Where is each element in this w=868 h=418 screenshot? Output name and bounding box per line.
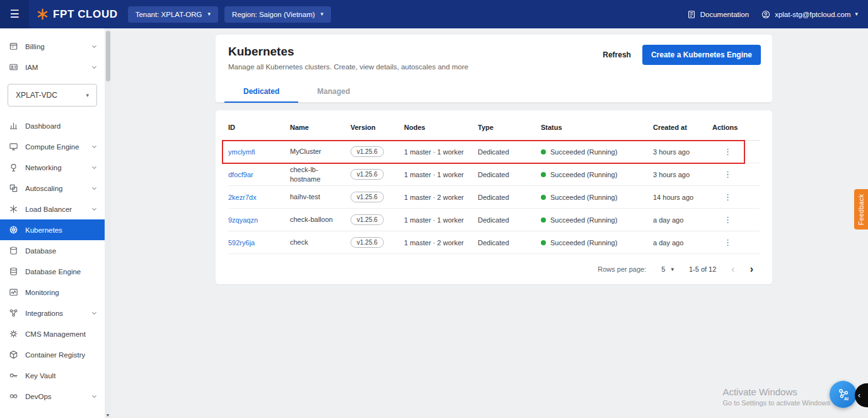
sidebar-item-label: Container Registry: [25, 351, 85, 359]
tenant-label: Tenant: XPLAT-ORG: [136, 11, 202, 18]
iam-icon: [9, 62, 18, 72]
sidebar-scrollbar[interactable]: ▼: [105, 28, 111, 418]
sidebar-nav: Dashboard Compute Engine Networking Auto…: [0, 115, 105, 407]
documentation-icon: [687, 10, 696, 19]
watermark-line2: Go to Settings to activate Windows: [722, 399, 830, 407]
ai-assistant-button[interactable]: AI: [830, 381, 857, 408]
table-row: 2kezr7dx haihv-test v1.25.6 1 master · 2…: [228, 186, 760, 209]
refresh-button[interactable]: Refresh: [603, 50, 631, 59]
row-actions-button[interactable]: ⋮: [712, 170, 732, 179]
version-badge: v1.25.6: [350, 169, 384, 180]
row-actions-button[interactable]: ⋮: [712, 192, 732, 202]
pagination-range: 1-5 of 12: [689, 265, 716, 273]
cluster-id-link[interactable]: ymclymfi: [228, 148, 255, 156]
monitoring-icon: [9, 287, 18, 297]
region-selector[interactable]: Region: Saigon (Vietnam) ▾: [224, 6, 331, 23]
version-badge: v1.25.6: [350, 214, 384, 225]
create-kubernetes-engine-button[interactable]: Create a Kubernetes Engine: [642, 45, 761, 65]
tab-dedicated[interactable]: Dedicated: [224, 81, 298, 102]
column-header-created-at: Created at: [653, 124, 712, 131]
feedback-tab[interactable]: Feedback: [854, 189, 868, 229]
sidebar-item-label: Database: [25, 247, 56, 255]
cluster-status: Succeeded (Running): [541, 239, 653, 247]
chevron-down-icon: ▾: [321, 11, 324, 17]
menu-button[interactable]: ☰: [0, 0, 29, 28]
version-badge: v1.25.6: [350, 192, 384, 202]
cluster-id-link[interactable]: 9zqyaqzn: [228, 216, 258, 224]
scrollbar-thumb[interactable]: [106, 31, 110, 81]
billing-icon: [9, 42, 18, 51]
sidebar-item-cms-management[interactable]: CMS Management: [0, 323, 105, 344]
account-menu[interactable]: xplat-stg@fptcloud.com ▾: [761, 10, 858, 19]
sidebar-item-compute-engine[interactable]: Compute Engine: [0, 136, 105, 157]
svg-text:AI: AI: [844, 397, 848, 401]
row-actions-button[interactable]: ⋮: [712, 147, 732, 156]
status-text: Succeeded (Running): [550, 148, 617, 156]
tab-managed[interactable]: Managed: [298, 81, 369, 102]
sidebar-item-label: IAM: [25, 64, 38, 71]
sidebar-item-devops[interactable]: DevOps: [0, 386, 105, 407]
documentation-link[interactable]: Documentation: [687, 10, 749, 19]
sidebar-item-label: Dashboard: [25, 122, 61, 130]
cluster-status: Succeeded (Running): [541, 171, 653, 178]
page-heading: Kubernetes Manage all Kubernetes cluster…: [228, 45, 468, 71]
rows-per-page-select[interactable]: 5 ▾: [661, 265, 674, 273]
sidebar-item-billing[interactable]: Billing: [0, 36, 105, 57]
sidebar-item-database-engine[interactable]: Database Engine: [0, 261, 105, 282]
sidebar-item-label: Monitoring: [25, 289, 59, 296]
cluster-id-link[interactable]: 2kezr7dx: [228, 194, 257, 201]
sidebar-item-container-registry[interactable]: Container Registry: [0, 344, 105, 365]
previous-page-button[interactable]: ‹: [731, 264, 734, 274]
cluster-created-at: a day ago: [653, 216, 712, 224]
status-text: Succeeded (Running): [550, 216, 617, 224]
topbar-right: Documentation xplat-stg@fptcloud.com ▾: [687, 10, 868, 19]
chevron-down-icon: ▾: [855, 11, 858, 17]
row-actions-button[interactable]: ⋮: [712, 238, 732, 247]
table-row: 592ry6ja check v1.25.6 1 master · 2 work…: [228, 231, 760, 254]
chevron-down-icon: [92, 310, 96, 314]
sidebar-item-load-balancer[interactable]: Load Balancer: [0, 199, 105, 219]
watermark-line1: Activate Windows: [722, 386, 830, 397]
sidebar-item-autoscaling[interactable]: Autoscaling: [0, 178, 105, 199]
load-balancer-icon: [9, 204, 18, 214]
status-text: Succeeded (Running): [550, 171, 617, 178]
cluster-created-at: a day ago: [653, 239, 712, 247]
status-dot-icon: [541, 149, 546, 154]
column-header-name: Name: [290, 124, 350, 131]
sidebar-item-dashboard[interactable]: Dashboard: [0, 115, 105, 136]
sidebar-item-networking[interactable]: Networking: [0, 157, 105, 178]
scroll-down-arrow-icon[interactable]: ▼: [105, 413, 111, 417]
column-header-actions: Actions: [712, 124, 760, 131]
cluster-nodes: 1 master · 2 worker: [404, 194, 478, 201]
container-registry-icon: [9, 350, 18, 359]
user-icon: [761, 10, 770, 19]
column-header-id: ID: [228, 124, 290, 131]
sidebar-item-iam[interactable]: IAM: [0, 57, 105, 78]
tab-bar: Dedicated Managed: [216, 81, 772, 103]
sidebar-item-label: CMS Management: [25, 330, 86, 338]
region-label: Region: Saigon (Vietnam): [232, 11, 315, 18]
sidebar-item-integrations[interactable]: Integrations: [0, 303, 105, 323]
sidebar-item-label: Database Engine: [25, 268, 81, 276]
cluster-name: check-balloon: [290, 215, 350, 224]
chevron-down-icon: [92, 206, 96, 210]
sidebar-item-database[interactable]: Database: [0, 240, 105, 261]
sidebar-item-label: Integrations: [25, 310, 63, 317]
cluster-type: Dedicated: [478, 148, 541, 156]
chevron-down-icon: [92, 185, 96, 189]
sidebar-item-kubernetes[interactable]: Kubernetes: [0, 219, 105, 240]
rows-per-page-label: Rows per page:: [598, 265, 646, 273]
sidebar: Billing IAM XPLAT-VDC ▾ Dashboard Comput…: [0, 28, 105, 418]
brand-text: FPT CLOUD: [53, 8, 118, 21]
column-header-version: Version: [350, 124, 404, 131]
cluster-id-link[interactable]: dfocf9ar: [228, 171, 253, 178]
next-page-button[interactable]: ›: [750, 264, 753, 274]
vdc-selector[interactable]: XPLAT-VDC ▾: [8, 84, 97, 107]
sidebar-item-key-vault[interactable]: Key Vault: [0, 365, 105, 386]
sidebar-item-monitoring[interactable]: Monitoring: [0, 282, 105, 303]
cluster-id-link[interactable]: 592ry6ja: [228, 239, 255, 247]
fpt-logo-icon: [37, 8, 49, 20]
tenant-selector[interactable]: Tenant: XPLAT-ORG ▾: [128, 6, 218, 23]
database-icon: [9, 246, 18, 255]
row-actions-button[interactable]: ⋮: [712, 215, 732, 224]
